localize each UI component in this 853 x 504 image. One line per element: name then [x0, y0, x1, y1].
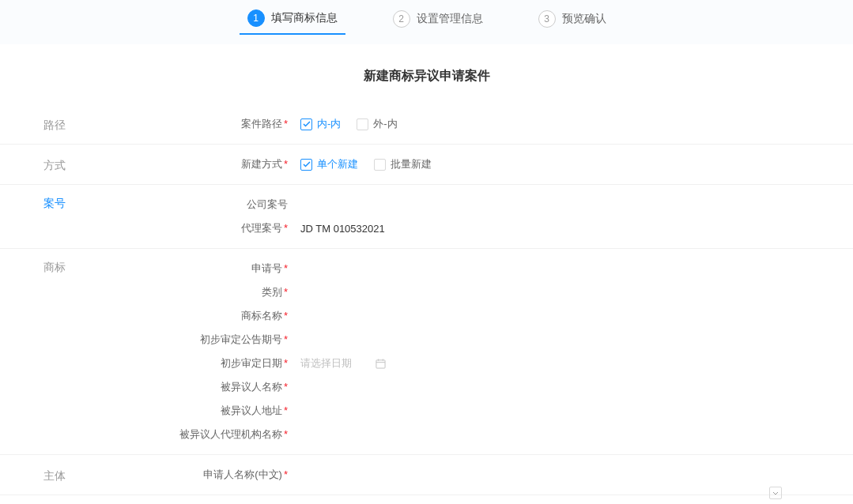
field-announcement-no: 初步审定公告期号*: [126, 328, 853, 352]
step-3-label: 预览确认: [562, 12, 606, 26]
agency-case-value[interactable]: JD TM 010532021: [300, 223, 385, 235]
checkbox-label: 内-内: [317, 117, 341, 131]
field-label-create-method: 新建方式*: [126, 157, 293, 171]
checkbox-external-internal[interactable]: 外-内: [357, 117, 397, 131]
field-label-company-case: 公司案号: [126, 197, 293, 212]
field-category: 类别*: [126, 280, 853, 304]
section-label-trademark: 商标: [0, 257, 126, 275]
step-3[interactable]: 3 预览确认: [530, 10, 614, 34]
field-opposed-address: 被异议人地址*: [126, 399, 853, 423]
field-label-applicant-name: 申请人名称(中文)*: [126, 468, 293, 482]
field-trademark-name: 商标名称*: [126, 304, 853, 328]
checkbox-box: [300, 159, 312, 171]
section-label-case-no: 案号: [0, 193, 126, 211]
step-2[interactable]: 2 设置管理信息: [385, 10, 491, 34]
checkbox-box: [300, 118, 312, 130]
field-label-trademark-name: 商标名称*: [126, 309, 293, 323]
section-label-path: 路径: [0, 115, 126, 133]
dropdown-toggle[interactable]: [769, 487, 782, 499]
section-label-method: 方式: [0, 155, 126, 173]
field-opposed-agency: 被异议人代理机构名称*: [126, 423, 853, 446]
field-label-opposed-address: 被异议人地址*: [126, 404, 293, 418]
calendar-icon: [376, 359, 386, 369]
checkbox-internal-internal[interactable]: 内-内: [300, 117, 341, 131]
section-path: 路径 案件路径* 内-内: [0, 104, 853, 145]
field-application-no: 申请号*: [126, 257, 853, 280]
field-label-application-no: 申请号*: [126, 261, 293, 276]
steps-nav: 1 填写商标信息 2 设置管理信息 3 预览确认: [0, 0, 853, 44]
checkbox-label: 外-内: [373, 117, 397, 131]
check-icon: [303, 161, 311, 167]
step-1-number: 1: [247, 9, 265, 27]
field-opposed-name: 被异议人名称*: [126, 375, 853, 399]
section-subject: 主体 申请人名称(中文)*: [0, 455, 853, 495]
page-title: 新建商标异议申请案件: [0, 44, 853, 104]
checkbox-batch-create[interactable]: 批量新建: [374, 157, 432, 171]
field-label-agency-case: 代理案号*: [126, 221, 293, 235]
field-label-case-path: 案件路径*: [126, 117, 293, 131]
field-label-review-date: 初步审定日期*: [126, 356, 293, 370]
section-shared: 共有 是否共有异议 是: [0, 495, 853, 504]
section-case-no: 案号 公司案号 代理案号* JD TM 010532021: [0, 185, 853, 249]
step-1[interactable]: 1 填写商标信息: [240, 9, 345, 35]
step-2-number: 2: [393, 10, 410, 28]
checkbox-single-create[interactable]: 单个新建: [300, 157, 358, 171]
checkbox-label: 单个新建: [317, 157, 358, 171]
field-label-announcement-no: 初步审定公告期号*: [126, 333, 293, 347]
chevron-down-icon: [772, 491, 779, 495]
field-label-opposed-agency: 被异议人代理机构名称*: [126, 427, 293, 442]
check-icon: [303, 121, 311, 127]
checkbox-box: [374, 159, 386, 171]
checkbox-box: [357, 118, 368, 130]
section-method: 方式 新建方式* 单个新建: [0, 145, 853, 185]
step-3-number: 3: [538, 10, 556, 28]
step-2-label: 设置管理信息: [417, 12, 483, 26]
section-label-subject: 主体: [0, 465, 126, 483]
field-label-opposed-name: 被异议人名称*: [126, 380, 293, 394]
step-1-label: 填写商标信息: [271, 11, 338, 25]
field-label-category: 类别*: [126, 285, 293, 299]
section-trademark: 商标 申请号* 类别* 商标名称*: [0, 249, 853, 455]
field-review-date: 初步审定日期* 请选择日期: [126, 352, 853, 375]
date-placeholder: 请选择日期: [300, 356, 352, 370]
review-date-input[interactable]: 请选择日期: [300, 356, 386, 370]
field-company-case-no: 公司案号: [126, 193, 853, 216]
field-agency-case-no: 代理案号* JD TM 010532021: [126, 216, 853, 240]
checkbox-label: 批量新建: [391, 157, 432, 171]
svg-rect-0: [376, 359, 385, 367]
